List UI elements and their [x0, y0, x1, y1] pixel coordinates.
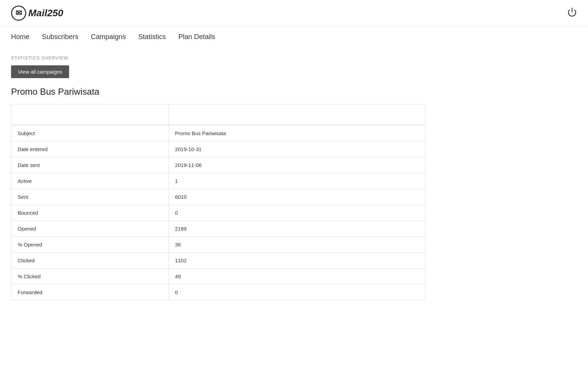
- row-value[interactable]: 1102: [169, 253, 425, 269]
- table-row: Active1: [11, 173, 426, 189]
- envelope-icon: ✉: [16, 9, 22, 18]
- stats-data-table: SubjectPromo Bus PariwisataDate entered2…: [11, 125, 426, 300]
- header: ✉ Mail250: [0, 0, 588, 27]
- nav-plan-details[interactable]: Plan Details: [178, 33, 215, 44]
- row-value: 6010: [169, 189, 425, 205]
- header-cell-right: [169, 104, 425, 125]
- table-row: Sent6010: [11, 189, 426, 205]
- row-label: Bounced: [11, 205, 169, 221]
- logo-icon: ✉: [11, 6, 26, 21]
- row-value: Promo Bus Pariwisata: [169, 125, 425, 141]
- row-value: 0: [169, 284, 425, 300]
- main-content: STATISTICS OVERVIEW View all campaigns P…: [0, 44, 588, 309]
- nav-campaigns[interactable]: Campaigns: [91, 33, 126, 44]
- stats-table: [11, 104, 426, 125]
- row-value: 0: [169, 205, 425, 221]
- row-label: Forwarded: [11, 284, 169, 300]
- campaign-title: Promo Bus Pariwisata: [11, 86, 577, 97]
- table-row: Bounced0: [11, 205, 426, 221]
- row-label: Sent: [11, 189, 169, 205]
- row-label: % Opened: [11, 237, 169, 253]
- table-row: SubjectPromo Bus Pariwisata: [11, 125, 426, 141]
- header-cell-left: [11, 104, 169, 125]
- row-label: Clicked: [11, 253, 169, 269]
- row-label: Subject: [11, 125, 169, 141]
- table-row: Forwarded0: [11, 284, 426, 300]
- row-label: Date sent: [11, 157, 169, 173]
- table-row: % Clicked49: [11, 269, 426, 284]
- table-row: % Opened36: [11, 237, 426, 253]
- logo: ✉ Mail250: [11, 6, 63, 21]
- row-label: Opened: [11, 221, 169, 237]
- row-value: 49: [169, 269, 425, 284]
- main-nav: Home Subscribers Campaigns Statistics Pl…: [0, 27, 588, 44]
- table-row: Date entered2019-10-31: [11, 141, 426, 157]
- section-label: STATISTICS OVERVIEW: [11, 55, 577, 60]
- table-row: Date sent2019-11-06: [11, 157, 426, 173]
- nav-statistics[interactable]: Statistics: [138, 33, 166, 44]
- row-label: Active: [11, 173, 169, 189]
- table-header-row: [11, 104, 426, 125]
- nav-subscribers[interactable]: Subscribers: [42, 33, 78, 44]
- logo-text: Mail250: [28, 8, 63, 19]
- row-label: Date entered: [11, 141, 169, 157]
- row-value: 2019-11-06: [169, 157, 425, 173]
- row-value[interactable]: 2189: [169, 221, 425, 237]
- nav-home[interactable]: Home: [11, 33, 29, 44]
- power-icon[interactable]: [567, 7, 577, 19]
- view-all-campaigns-button[interactable]: View all campaigns: [11, 65, 69, 78]
- row-label: % Clicked: [11, 269, 169, 284]
- table-row: Clicked1102: [11, 253, 426, 269]
- row-value: 1: [169, 173, 425, 189]
- table-row: Opened2189: [11, 221, 426, 237]
- row-value: 36: [169, 237, 425, 253]
- row-value: 2019-10-31: [169, 141, 425, 157]
